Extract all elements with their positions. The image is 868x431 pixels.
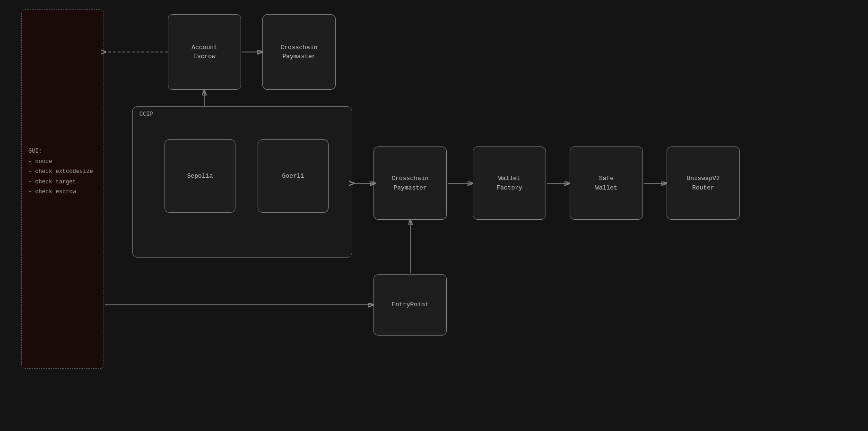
uniswap-router-box: UniswapV2Router xyxy=(667,147,740,220)
safe-wallet-box: SafeWallet xyxy=(570,147,643,220)
account-escrow-box: AccountEscrow xyxy=(168,14,241,90)
crosschain-paymaster-top-label: CrosschainPaymaster xyxy=(280,43,317,61)
gui-item-2: – check extcodesize xyxy=(28,168,93,175)
wallet-factory-label: WalletFactory xyxy=(496,174,522,192)
crosschain-paymaster-mid-label: CrosschainPaymaster xyxy=(391,174,428,192)
gui-text: GUI: – nonce – check extcodesize – check… xyxy=(28,147,93,198)
gui-item-1: – nonce xyxy=(28,158,52,165)
goerli-label: Goerli xyxy=(282,172,304,181)
uniswap-router-label: UniswapV2Router xyxy=(686,174,720,192)
goerli-box: Goerli xyxy=(258,139,329,213)
gui-label: GUI: xyxy=(28,148,42,155)
gui-item-4: – check escrow xyxy=(28,189,76,195)
account-escrow-label: AccountEscrow xyxy=(191,43,217,61)
crosschain-paymaster-top-box: CrosschainPaymaster xyxy=(262,14,336,90)
safe-wallet-label: SafeWallet xyxy=(595,174,617,192)
diagram-container: GUI: – nonce – check extcodesize – check… xyxy=(0,0,868,431)
entry-point-box: EntryPoint xyxy=(373,274,447,336)
crosschain-paymaster-mid-box: CrosschainPaymaster xyxy=(373,147,447,220)
entry-point-label: EntryPoint xyxy=(391,300,428,310)
ccip-label: CCIP xyxy=(139,111,153,118)
sepolia-label: Sepolia xyxy=(187,172,213,181)
sepolia-box: Sepolia xyxy=(165,139,235,213)
wallet-factory-box: WalletFactory xyxy=(473,147,546,220)
gui-item-3: – check target xyxy=(28,179,76,185)
